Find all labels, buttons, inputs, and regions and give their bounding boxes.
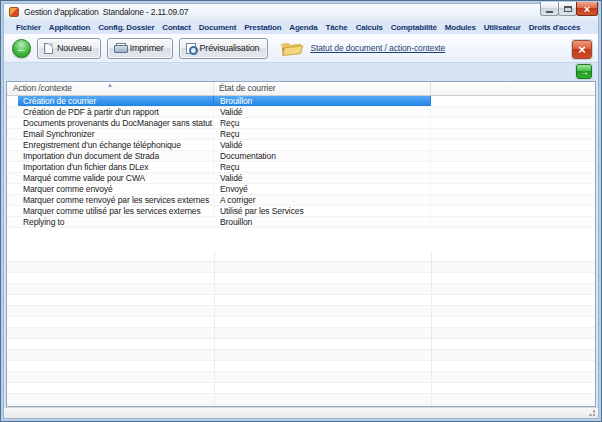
cell-empty xyxy=(431,195,595,205)
cell-etat-courrier: Envoyé xyxy=(214,184,431,194)
application-window: × Gestion d'application Standalone - 2.1… xyxy=(0,0,602,422)
close-icon: × xyxy=(584,4,590,14)
back-button[interactable]: ← xyxy=(12,39,31,58)
new-button[interactable]: Nouveau xyxy=(37,38,101,59)
print-button-label: Imprimer xyxy=(130,43,164,53)
menu-item-droits-d-acc-s[interactable]: Droits d'accès xyxy=(525,23,585,32)
table-row[interactable]: Enregistrement d'un échange téléphonique… xyxy=(7,140,595,151)
minimize-icon xyxy=(546,11,553,13)
new-document-icon xyxy=(44,43,53,54)
column-header-etat-courrier[interactable]: État de courrier xyxy=(214,82,431,95)
toolbar: ← Nouveau Imprimer Prévisualisation Stat… xyxy=(4,34,598,63)
cell-empty xyxy=(431,129,595,139)
menu-item-modules[interactable]: Modules xyxy=(441,23,480,32)
cell-action-contexte: Création de courrier xyxy=(18,96,214,106)
cell-empty xyxy=(431,206,595,216)
cell-action-contexte: Importation d'un fichier dans DLex xyxy=(18,162,214,172)
menu-item-application[interactable]: Application xyxy=(45,23,94,32)
table-row[interactable]: Marqué comme valide pour CWAValidé xyxy=(7,173,595,184)
cell-etat-courrier: Reçu xyxy=(214,118,431,128)
minimize-button[interactable] xyxy=(540,2,559,16)
cell-action-contexte: Documents provenants du DocManager sans … xyxy=(18,118,214,128)
preview-icon xyxy=(186,43,196,54)
menu-item-calculs[interactable]: Calculs xyxy=(352,23,387,32)
grid-empty-area xyxy=(7,251,595,406)
cell-etat-courrier: Brouillon xyxy=(214,217,431,227)
cell-empty xyxy=(431,140,595,150)
row-indicator xyxy=(7,195,18,205)
window-caption-buttons: × xyxy=(541,2,598,16)
cell-action-contexte: Marquer comme envoyé xyxy=(18,184,214,194)
cancel-close-button[interactable]: × xyxy=(572,40,592,59)
row-indicator xyxy=(7,217,18,227)
row-indicator xyxy=(7,173,18,183)
app-icon xyxy=(9,7,19,17)
action-context-grid: Action /contexte État de courrier ▲ Créa… xyxy=(6,81,596,407)
table-row[interactable]: Création de PDF à partir d'un rapportVal… xyxy=(7,107,595,118)
secondary-toolbar: → xyxy=(4,63,598,81)
cell-action-contexte: Importation d'un document de Strada xyxy=(18,151,214,161)
cell-empty xyxy=(431,107,595,117)
table-row[interactable]: Marquer comme renvoyé par les services e… xyxy=(7,195,595,206)
menu-item-prestation[interactable]: Prestation xyxy=(240,23,285,32)
menu-item-config-dossier[interactable]: Config. Dossier xyxy=(94,23,158,32)
arrow-right-icon: → xyxy=(579,66,589,77)
status-bar xyxy=(4,407,598,418)
cell-empty xyxy=(431,173,595,183)
red-x-icon: × xyxy=(578,42,586,57)
cell-action-contexte: Création de PDF à partir d'un rapport xyxy=(18,107,214,117)
cell-empty xyxy=(431,118,595,128)
table-row[interactable]: Marquer comme utilisé par les services e… xyxy=(7,206,595,217)
cell-etat-courrier: Validé xyxy=(214,173,431,183)
menu-item-comptabilit-[interactable]: Comptabilité xyxy=(387,23,441,32)
maximize-button[interactable] xyxy=(558,2,577,16)
cell-etat-courrier: Validé xyxy=(214,140,431,150)
table-row[interactable]: Email SynchronizerReçu xyxy=(7,129,595,140)
close-button[interactable]: × xyxy=(576,2,598,16)
menu-bar: FichierApplicationConfig. DossierContact… xyxy=(4,20,598,34)
cell-action-contexte: Enregistrement d'un échange téléphonique xyxy=(18,140,214,150)
cell-empty xyxy=(431,151,595,161)
cell-etat-courrier: Utilisé par les Services xyxy=(214,206,431,216)
menu-item-fichier[interactable]: Fichier xyxy=(12,23,45,32)
table-row[interactable]: Importation d'un document de StradaDocum… xyxy=(7,151,595,162)
table-row[interactable]: Documents provenants du DocManager sans … xyxy=(7,118,595,129)
table-row[interactable]: Marquer comme envoyéEnvoyé xyxy=(7,184,595,195)
preview-button[interactable]: Prévisualisation xyxy=(179,38,269,59)
menu-item-utilisateur[interactable]: Utilisateur xyxy=(480,23,525,32)
window-title: Gestion d'application Standalone - 2.11.… xyxy=(24,7,188,17)
go-next-button[interactable]: → xyxy=(576,64,592,79)
cell-empty xyxy=(431,217,595,227)
menu-item-agenda[interactable]: Agenda xyxy=(285,23,321,32)
cell-etat-courrier: Validé xyxy=(214,107,431,117)
row-indicator xyxy=(7,162,18,172)
cell-action-contexte: Marquer comme renvoyé par les services e… xyxy=(18,195,214,205)
row-indicator xyxy=(7,140,18,150)
row-indicator xyxy=(7,96,18,106)
resize-grip[interactable] xyxy=(587,408,596,417)
cell-empty xyxy=(431,96,595,106)
table-row[interactable]: Replying toBrouillon xyxy=(7,217,595,228)
table-row[interactable]: Création de courrierBrouillon xyxy=(7,96,595,107)
preview-button-label: Prévisualisation xyxy=(200,43,260,53)
grid-header-row: Action /contexte État de courrier ▲ xyxy=(7,82,595,96)
open-folder-icon xyxy=(280,38,306,58)
cell-action-contexte: Marquer comme utilisé par les services e… xyxy=(18,206,214,216)
back-arrow-icon: ← xyxy=(16,42,27,54)
maximize-icon xyxy=(564,6,572,12)
menu-item-contact[interactable]: Contact xyxy=(158,23,194,32)
cell-action-contexte: Email Synchronizer xyxy=(18,129,214,139)
status-document-link[interactable]: Statut de document / action-contexte xyxy=(310,43,445,53)
print-button[interactable]: Imprimer xyxy=(107,38,173,59)
column-header-empty[interactable] xyxy=(431,82,595,95)
menu-item-document[interactable]: Document xyxy=(195,23,241,32)
cell-etat-courrier: A corriger xyxy=(214,195,431,205)
title-bar: Gestion d'application Standalone - 2.11.… xyxy=(4,4,598,20)
window-frame: Gestion d'application Standalone - 2.11.… xyxy=(3,3,599,419)
menu-item-t-che[interactable]: Tâche xyxy=(322,23,352,32)
row-indicator xyxy=(7,107,18,117)
sort-ascending-icon: ▲ xyxy=(107,81,113,92)
table-row[interactable]: Importation d'un fichier dans DLexReçu xyxy=(7,162,595,173)
row-indicator xyxy=(7,129,18,139)
cell-etat-courrier: Reçu xyxy=(214,129,431,139)
